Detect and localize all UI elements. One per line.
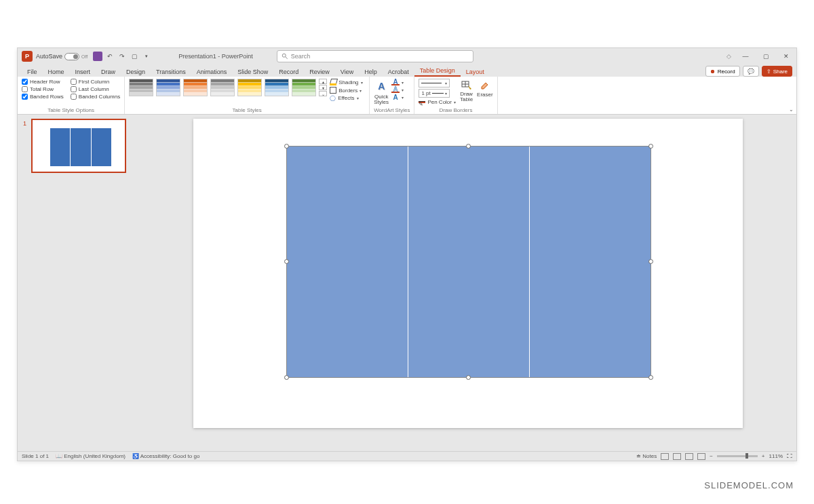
watermark: SLIDEMODEL.COM bbox=[704, 480, 794, 490]
account-icon[interactable]: ◇ bbox=[726, 53, 731, 60]
effects-button[interactable]: ◯Effects▾ bbox=[330, 95, 365, 101]
table-grid bbox=[287, 147, 651, 377]
tab-file[interactable]: File bbox=[22, 66, 43, 77]
search-box[interactable]: Search bbox=[277, 50, 473, 62]
tab-record[interactable]: Record bbox=[273, 66, 304, 77]
close-button[interactable]: ✕ bbox=[776, 48, 796, 64]
tab-slideshow[interactable]: Slide Show bbox=[232, 66, 273, 77]
minimize-button[interactable]: — bbox=[735, 48, 756, 64]
tab-review[interactable]: Review bbox=[304, 66, 335, 77]
group-table-style-options: Header Row First Column Total Row Last C… bbox=[18, 77, 125, 114]
search-icon bbox=[282, 53, 288, 60]
shading-button[interactable]: Shading▾ bbox=[330, 79, 365, 85]
redo-button[interactable]: ↷ bbox=[117, 52, 127, 61]
share-button[interactable]: ⇪Share bbox=[762, 66, 792, 77]
resize-handle-sw[interactable] bbox=[284, 375, 289, 380]
resize-handle-w[interactable] bbox=[284, 259, 289, 264]
accessibility-status[interactable]: ♿ Accessibility: Good to go bbox=[132, 453, 199, 459]
zoom-slider[interactable] bbox=[717, 455, 758, 457]
draw-table-button[interactable]: Draw Table bbox=[460, 79, 473, 102]
reading-view-button[interactable] bbox=[685, 453, 693, 460]
normal-view-button[interactable] bbox=[661, 453, 669, 460]
text-outline-icon: A bbox=[391, 86, 400, 93]
check-banded-rows[interactable]: Banded Rows bbox=[22, 94, 64, 100]
slide-thumbnail-panel[interactable]: 1 bbox=[18, 115, 140, 451]
zoom-in-button[interactable]: + bbox=[762, 453, 765, 459]
text-fill-button[interactable]: A▾ bbox=[391, 79, 404, 85]
pen-weight-select[interactable]: 1 pt▾ bbox=[419, 89, 450, 98]
border-icon bbox=[330, 87, 336, 94]
tab-table-design[interactable]: Table Design bbox=[414, 65, 461, 77]
table-style-4[interactable] bbox=[210, 79, 235, 96]
ribbon: Header Row First Column Total Row Last C… bbox=[18, 77, 796, 115]
table-style-7[interactable] bbox=[292, 79, 316, 96]
group-wordart-styles: A Quick Styles A▾ A▾ A▾ WordArt Styles bbox=[370, 77, 414, 114]
selected-table[interactable] bbox=[286, 146, 651, 378]
comments-button[interactable]: 💬 bbox=[743, 66, 759, 77]
text-effects-button[interactable]: A▾ bbox=[391, 94, 404, 100]
check-total-row[interactable]: Total Row bbox=[22, 86, 64, 92]
tab-animations[interactable]: Animations bbox=[191, 66, 233, 77]
slideshow-view-button[interactable] bbox=[697, 453, 705, 460]
sorter-view-button[interactable] bbox=[673, 453, 681, 460]
table-style-2[interactable] bbox=[156, 79, 180, 96]
borders-button[interactable]: Borders▾ bbox=[330, 87, 365, 94]
check-first-column[interactable]: First Column bbox=[71, 79, 120, 85]
slide-number: 1 bbox=[23, 120, 26, 127]
resize-handle-n[interactable] bbox=[466, 144, 471, 149]
resize-handle-e[interactable] bbox=[648, 259, 653, 264]
record-button[interactable]: ⏺Record bbox=[705, 66, 740, 77]
zoom-out-button[interactable]: − bbox=[710, 453, 713, 459]
check-header-row[interactable]: Header Row bbox=[22, 79, 64, 85]
eraser-icon bbox=[479, 79, 491, 91]
resize-handle-nw[interactable] bbox=[284, 144, 289, 149]
tab-view[interactable]: View bbox=[335, 66, 359, 77]
slide-canvas-area[interactable] bbox=[140, 115, 796, 451]
pen-style-select[interactable]: ▾ bbox=[419, 79, 450, 88]
quick-styles-icon: A bbox=[374, 79, 389, 94]
tab-help[interactable]: Help bbox=[359, 66, 383, 77]
fit-to-window-button[interactable]: ⛶ bbox=[787, 453, 792, 459]
pen-color-button[interactable]: ✎Pen Color▾ bbox=[419, 99, 456, 105]
effects-icon: ◯ bbox=[330, 95, 336, 101]
tab-transitions[interactable]: Transitions bbox=[151, 66, 191, 77]
maximize-button[interactable]: ▢ bbox=[756, 48, 776, 64]
collapse-ribbon-button[interactable]: ⌄ bbox=[789, 106, 794, 113]
table-style-scroller[interactable]: ▴▾⌄ bbox=[319, 79, 327, 96]
zoom-level[interactable]: 111% bbox=[769, 453, 783, 459]
ribbon-tabs: File Home Insert Draw Design Transitions… bbox=[18, 64, 796, 77]
from-beginning-button[interactable]: ▢ bbox=[130, 52, 139, 61]
slide-thumbnail-1[interactable] bbox=[31, 119, 126, 173]
table-style-5[interactable] bbox=[237, 79, 262, 96]
save-button[interactable] bbox=[93, 52, 102, 61]
tab-acrobat[interactable]: Acrobat bbox=[383, 66, 414, 77]
notes-button[interactable]: ≐ Notes bbox=[636, 453, 657, 459]
text-outline-button[interactable]: A▾ bbox=[391, 86, 404, 93]
language-status[interactable]: 📖 English (United Kingdom) bbox=[56, 453, 125, 459]
quick-styles-button[interactable]: A Quick Styles bbox=[374, 79, 389, 105]
resize-handle-se[interactable] bbox=[648, 375, 653, 380]
check-last-column[interactable]: Last Column bbox=[71, 86, 120, 92]
tab-insert[interactable]: Insert bbox=[70, 66, 96, 77]
check-banded-columns[interactable]: Banded Columns bbox=[71, 94, 120, 100]
undo-button[interactable]: ↶ bbox=[105, 52, 115, 61]
table-style-3[interactable] bbox=[183, 79, 208, 96]
document-title: Presentation1 - PowerPoint bbox=[178, 53, 253, 60]
slide-canvas[interactable] bbox=[193, 119, 743, 428]
search-placeholder: Search bbox=[291, 53, 311, 60]
autosave-toggle[interactable] bbox=[64, 53, 79, 60]
resize-handle-ne[interactable] bbox=[648, 144, 653, 149]
table-style-1[interactable] bbox=[129, 79, 153, 96]
tab-layout[interactable]: Layout bbox=[461, 66, 490, 77]
eraser-button[interactable]: Eraser bbox=[477, 79, 493, 98]
qat-dropdown[interactable]: ▾ bbox=[142, 52, 151, 61]
svg-line-1 bbox=[285, 57, 287, 59]
draw-table-icon bbox=[461, 79, 473, 91]
table-style-6[interactable] bbox=[265, 79, 289, 96]
tab-draw[interactable]: Draw bbox=[96, 66, 121, 77]
thumb-table-preview bbox=[50, 128, 111, 166]
resize-handle-s[interactable] bbox=[466, 375, 471, 380]
tab-home[interactable]: Home bbox=[43, 66, 70, 77]
title-bar: P AutoSave Off ↶ ↷ ▢ ▾ Presentation1 - P… bbox=[18, 48, 796, 64]
tab-design[interactable]: Design bbox=[121, 66, 151, 77]
